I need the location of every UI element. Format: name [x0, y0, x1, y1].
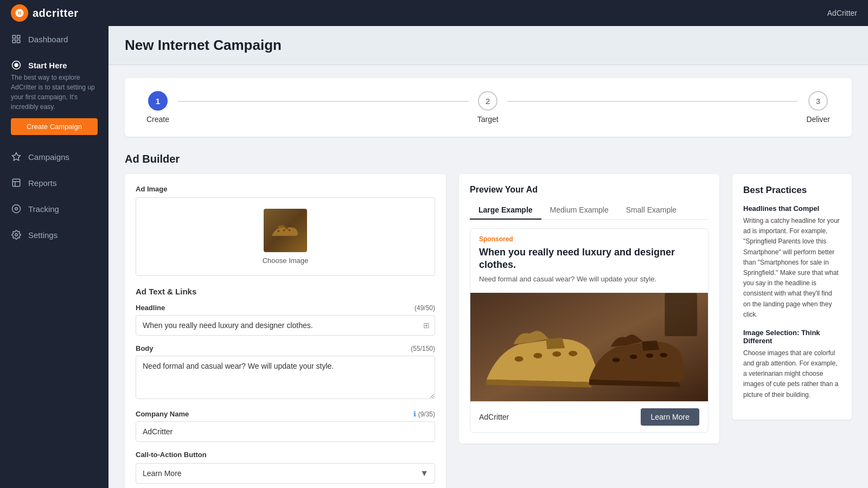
company-name-char-count: ℹ (9/35) [413, 410, 435, 418]
bp-text-images: Choose images that are colorful and grab… [743, 348, 841, 400]
svg-rect-24 [670, 298, 692, 305]
svg-rect-0 [12, 35, 15, 38]
cta-button-field: Call-to-Action Button Learn More Shop No… [136, 451, 435, 484]
bp-text-headlines: Writing a catchy headline for your ad is… [743, 216, 841, 320]
svg-point-22 [660, 353, 667, 357]
sidebar-label-tracking: Tracking [28, 204, 59, 214]
builder-form: Ad Image [125, 174, 446, 488]
step-line-1 [178, 101, 469, 102]
company-name-label: Company Name [136, 410, 189, 418]
svg-rect-7 [12, 179, 20, 187]
ad-cta-button[interactable]: Learn More [641, 408, 699, 426]
step-circle-1: 1 [148, 91, 168, 111]
step-target: 2 Target [477, 91, 499, 124]
headline-field-header: Headline (49/50) [136, 304, 435, 312]
headline-input[interactable] [136, 315, 435, 336]
svg-rect-25 [670, 308, 692, 312]
headline-expand-icon: ⊞ [423, 321, 430, 330]
body-field-header: Body (55/150) [136, 344, 435, 352]
choose-image-label: Choose Image [263, 256, 309, 265]
topbar: adcritter AdCritter [0, 0, 868, 26]
create-campaign-button[interactable]: Create Campaign [11, 118, 98, 135]
headline-field: Headline (49/50) ⊞ [136, 304, 435, 336]
stepper: 1 Create 2 Target 3 Deliver [125, 78, 852, 137]
preview-panel: Preview Your Ad Large Example Medium Exa… [459, 174, 719, 444]
step-deliver: 3 Deliver [806, 91, 830, 124]
sponsored-label: Sponsored [479, 235, 699, 243]
sidebar-label-start-here: Start Here [28, 61, 67, 70]
best-practices-title: Best Practices [743, 185, 841, 196]
sidebar-item-campaigns[interactable]: Campaigns [0, 144, 108, 170]
svg-point-12 [283, 230, 285, 232]
start-here-section: The best way to explore AdCritter is to … [0, 73, 108, 144]
tab-medium-example[interactable]: Medium Example [541, 201, 617, 220]
svg-point-15 [515, 356, 524, 362]
sidebar-item-reports[interactable]: Reports [0, 170, 108, 196]
svg-point-19 [612, 358, 620, 362]
best-practices-card: Best Practices Headlines that Compel Wri… [732, 174, 852, 420]
svg-point-9 [15, 208, 18, 210]
svg-point-18 [569, 351, 577, 356]
sidebar-item-settings[interactable]: Settings [0, 222, 108, 248]
headline-label: Headline [136, 304, 165, 312]
page-header: New Internet Campaign [108, 26, 868, 65]
tab-small-example[interactable]: Small Example [617, 201, 685, 220]
logo-icon [11, 4, 28, 22]
topbar-username: AdCritter [827, 9, 857, 17]
step-label-deliver: Deliver [806, 115, 830, 124]
campaigns-icon [11, 151, 22, 162]
cta-select-wrapper: Learn More Shop Now Get Started Contact … [136, 463, 435, 484]
ad-image-field: Ad Image [136, 185, 435, 276]
sidebar-item-dashboard[interactable]: Dashboard [0, 26, 108, 52]
company-name-header: Company Name ℹ (9/35) [136, 410, 435, 418]
sidebar-label-settings: Settings [28, 230, 58, 240]
reports-icon [11, 177, 22, 188]
start-here-icon [11, 60, 22, 70]
ad-text-section-label: Ad Text & Links [136, 287, 435, 296]
main-layout: Dashboard Start Here The best way to exp… [0, 26, 868, 488]
body-char-count: (55/150) [411, 345, 435, 352]
start-here-description: The best way to explore AdCritter is to … [11, 73, 98, 112]
svg-rect-3 [17, 40, 20, 43]
svg-point-5 [15, 63, 18, 67]
builder-layout: Ad Image [125, 174, 852, 488]
content-area: New Internet Campaign 1 Create 2 Target … [108, 26, 868, 488]
ad-preview-image [470, 293, 708, 401]
svg-rect-2 [12, 40, 15, 43]
settings-icon [11, 229, 22, 240]
image-upload-area[interactable]: Choose Image [136, 197, 435, 276]
svg-point-20 [630, 355, 637, 359]
ad-builder-title: Ad Builder [125, 153, 852, 165]
sidebar: Dashboard Start Here The best way to exp… [0, 26, 108, 488]
body-field: Body (55/150) [136, 344, 435, 401]
bp-section-headlines: Headlines that Compel [743, 204, 841, 213]
step-create: 1 Create [146, 91, 169, 124]
ad-preview-body: Need formal and casual wear? We will upd… [479, 275, 699, 283]
svg-marker-6 [12, 153, 21, 160]
cta-label: Call-to-Action Button [136, 451, 435, 459]
svg-point-13 [289, 229, 291, 231]
step-label-target: Target [477, 115, 499, 124]
ad-image-thumbnail [264, 209, 307, 252]
headline-input-wrapper: ⊞ [136, 315, 435, 336]
sidebar-item-start-here[interactable]: Start Here [0, 52, 108, 73]
bp-section-images: Image Selection: Think Different [743, 329, 841, 345]
svg-point-8 [12, 205, 21, 213]
step-line-2 [507, 101, 798, 102]
sidebar-label-dashboard: Dashboard [28, 35, 68, 44]
logo: adcritter [11, 4, 79, 22]
sidebar-label-reports: Reports [28, 178, 57, 188]
builder-preview: Preview Your Ad Large Example Medium Exa… [459, 174, 719, 488]
logo-text: adcritter [33, 7, 79, 20]
step-circle-2: 2 [478, 91, 497, 111]
tab-large-example[interactable]: Large Example [470, 201, 541, 220]
ad-builder-card: Ad Image [125, 174, 446, 488]
sidebar-item-tracking[interactable]: Tracking [0, 196, 108, 222]
step-label-create: Create [146, 115, 169, 124]
body-input[interactable] [136, 356, 435, 399]
cta-select[interactable]: Learn More Shop Now Get Started Contact … [136, 463, 435, 484]
svg-point-10 [15, 234, 18, 236]
svg-point-21 [646, 354, 654, 358]
step-circle-3: 3 [808, 91, 828, 111]
company-name-input[interactable] [136, 421, 435, 442]
